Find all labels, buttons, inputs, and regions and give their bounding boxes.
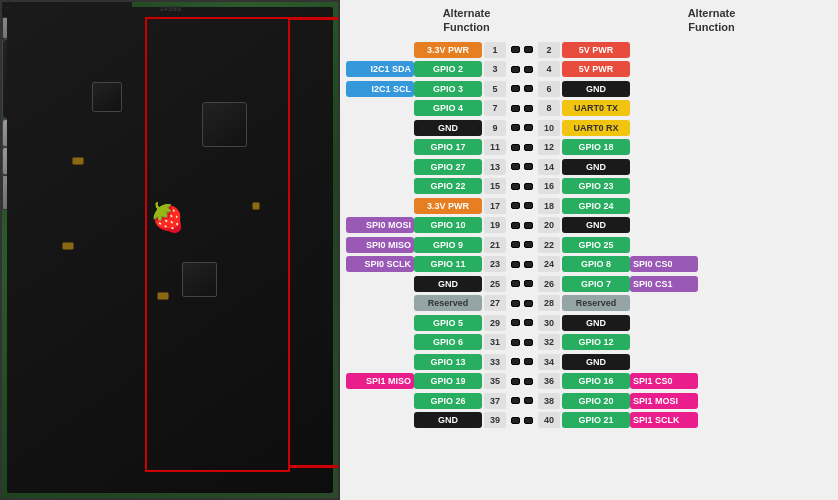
right-pin-name: GND — [562, 217, 630, 233]
right-pin-name: GND — [562, 81, 630, 97]
right-pin-name: 5V PWR — [562, 42, 630, 58]
right-alt-func — [630, 139, 698, 155]
left-alt-func — [346, 315, 414, 331]
right-pin-number: 14 — [538, 159, 560, 175]
left-pin-name: GPIO 10 — [414, 217, 482, 233]
chip-secondary — [202, 102, 247, 147]
left-pin-number: 29 — [484, 315, 506, 331]
right-pin-name: GPIO 8 — [562, 256, 630, 272]
right-pin-number: 24 — [538, 256, 560, 272]
left-alt-func: SPI0 SCLK — [346, 256, 414, 272]
right-alt-func — [630, 354, 698, 370]
pin-row: Reserved2728Reserved — [346, 294, 832, 312]
connector-dots — [509, 66, 535, 73]
left-alt-func — [346, 412, 414, 428]
right-alt-func — [630, 42, 698, 58]
pin-row: I2C1 SDAGPIO 2345V PWR — [346, 60, 832, 78]
left-pin-name: GPIO 6 — [414, 334, 482, 350]
left-pin-name: GND — [414, 276, 482, 292]
right-alt-func — [630, 198, 698, 214]
connector-dots — [509, 222, 535, 229]
left-alt-func: I2C1 SDA — [346, 61, 414, 77]
pin-rows: 3.3V PWR125V PWRI2C1 SDAGPIO 2345V PWRI2… — [346, 41, 832, 430]
connector-line-bottom — [288, 465, 338, 468]
connector-dots — [509, 85, 535, 92]
header-alt-func-left: Alternate Function — [433, 4, 501, 37]
right-pin-name: GPIO 21 — [562, 412, 630, 428]
pin-row: 3.3V PWR125V PWR — [346, 41, 832, 59]
connector-dots — [509, 378, 535, 385]
cap-1 — [72, 157, 84, 165]
connector-line-top — [288, 17, 338, 20]
raspberry-pi-board: DISPLAY HDMI Raspberry PiBCR 2837 🍓 1439… — [0, 0, 340, 500]
connector-dots — [509, 358, 535, 365]
left-alt-func — [346, 393, 414, 409]
right-alt-func — [630, 120, 698, 136]
pin-row: GPIO 133334GND — [346, 353, 832, 371]
pin-row: GPIO 52930GND — [346, 314, 832, 332]
right-alt-func — [630, 295, 698, 311]
left-pin-name: GPIO 27 — [414, 159, 482, 175]
right-pin-number: 30 — [538, 315, 560, 331]
left-pin-number: 31 — [484, 334, 506, 350]
left-pin-number: 19 — [484, 217, 506, 233]
right-pin-name: GPIO 16 — [562, 373, 630, 389]
connector-dots — [509, 319, 535, 326]
left-pin-number: 17 — [484, 198, 506, 214]
left-pin-number: 1 — [484, 42, 506, 58]
header-alt-func-right: Alternate Function — [678, 4, 746, 37]
right-pin-name: GND — [562, 354, 630, 370]
raspberry-logo: 🍓 — [147, 197, 187, 237]
right-pin-number: 36 — [538, 373, 560, 389]
right-pin-number: 2 — [538, 42, 560, 58]
right-pin-name: GPIO 24 — [562, 198, 630, 214]
pin-row: 3.3V PWR1718GPIO 24 — [346, 197, 832, 215]
left-alt-func — [346, 139, 414, 155]
right-pin-name: GPIO 20 — [562, 393, 630, 409]
right-pin-number: 26 — [538, 276, 560, 292]
right-alt-func: SPI0 CS1 — [630, 276, 698, 292]
pin-row: GPIO 263738GPIO 20SPI1 MOSI — [346, 392, 832, 410]
right-pin-name: Reserved — [562, 295, 630, 311]
right-pin-name: GND — [562, 315, 630, 331]
right-pin-number: 40 — [538, 412, 560, 428]
left-pin-number: 13 — [484, 159, 506, 175]
pin-row: GND2526GPIO 7SPI0 CS1 — [346, 275, 832, 293]
connector-dots — [509, 397, 535, 404]
cap-3 — [157, 292, 169, 300]
chip-small-2 — [182, 262, 217, 297]
left-alt-func — [346, 159, 414, 175]
right-pin-number: 10 — [538, 120, 560, 136]
connector-dots — [509, 261, 535, 268]
right-pin-number: 28 — [538, 295, 560, 311]
left-alt-func: SPI0 MOSI — [346, 217, 414, 233]
pin-row: GND910UART0 RX — [346, 119, 832, 137]
left-alt-func — [346, 198, 414, 214]
left-pin-number: 21 — [484, 237, 506, 253]
connector-dots — [509, 417, 535, 424]
left-pin-name: 3.3V PWR — [414, 198, 482, 214]
connector-dots — [509, 241, 535, 248]
right-pin-number: 22 — [538, 237, 560, 253]
right-alt-func — [630, 81, 698, 97]
pin-row: I2C1 SCLGPIO 356GND — [346, 80, 832, 98]
left-pin-number: 27 — [484, 295, 506, 311]
right-pin-number: 6 — [538, 81, 560, 97]
right-alt-func — [630, 178, 698, 194]
left-alt-func — [346, 120, 414, 136]
pin-diagram: Alternate Function Alternate Function 3.… — [340, 0, 838, 500]
left-alt-func — [346, 276, 414, 292]
cap-2 — [62, 242, 74, 250]
pin-row: SPI1 MISOGPIO 193536GPIO 16SPI1 CS0 — [346, 372, 832, 390]
connector-dots — [509, 46, 535, 53]
left-pin-number: 15 — [484, 178, 506, 194]
left-pin-name: GPIO 19 — [414, 373, 482, 389]
pin-row: SPI0 SCLKGPIO 112324GPIO 8SPI0 CS0 — [346, 255, 832, 273]
connector-dots — [509, 280, 535, 287]
right-pin-number: 16 — [538, 178, 560, 194]
right-alt-func — [630, 159, 698, 175]
right-pin-name: GPIO 25 — [562, 237, 630, 253]
right-pin-name: UART0 TX — [562, 100, 630, 116]
left-pin-number: 5 — [484, 81, 506, 97]
left-pin-name: Reserved — [414, 295, 482, 311]
